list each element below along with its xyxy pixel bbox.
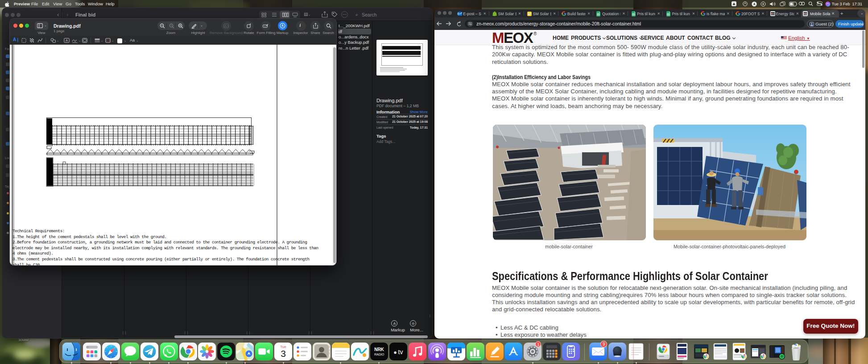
svg-text:NRK: NRK xyxy=(374,347,384,352)
svg-text:A: A xyxy=(66,38,68,42)
svg-text:tv: tv xyxy=(398,348,403,356)
svg-text:s: s xyxy=(77,42,78,44)
svg-text:●: ● xyxy=(393,349,397,356)
svg-text:RADIO: RADIO xyxy=(374,353,384,356)
svg-text:3: 3 xyxy=(281,348,286,359)
